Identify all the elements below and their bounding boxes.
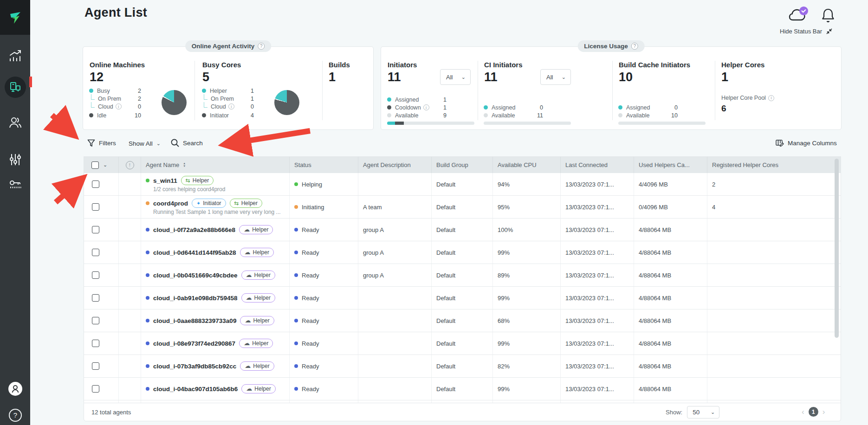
info-icon[interactable]: i [116, 103, 122, 109]
swap-arrows-icon: ⇆ [186, 177, 190, 184]
table-row[interactable]: cloud_i-0b0451669c49cbdee ☁Helper Ready … [84, 264, 841, 287]
status-label: Ready [302, 317, 319, 324]
help-icon: ? [8, 408, 22, 422]
cloud-helper-badge: ☁Helper [241, 384, 275, 393]
header-used-helpers[interactable]: Used Helpers Ca... [634, 157, 707, 173]
info-icon[interactable]: ? [258, 43, 265, 50]
row-checkbox[interactable] [92, 203, 99, 211]
legend-dot-assigned [387, 97, 391, 102]
legend-dot-cooldown [387, 105, 391, 109]
header-build-group[interactable]: Build Group [432, 157, 493, 173]
row-checkbox[interactable] [92, 340, 99, 347]
info-icon[interactable]: ? [631, 43, 638, 50]
header-agent-description[interactable]: Agent Description [358, 157, 432, 173]
table-row[interactable]: cloud_i-0ab91e098db759458 ☁Helper Ready … [84, 287, 841, 309]
row-checkbox[interactable] [92, 294, 99, 302]
agent-state-dot [146, 201, 149, 205]
ci-initiators-filter-dropdown[interactable]: All ⌄ [540, 69, 571, 85]
table-row[interactable]: cloud_i-07b3af9db85cb92cc ☁Helper Ready … [84, 355, 841, 378]
manage-columns-label: Manage Columns [788, 140, 837, 147]
manage-columns-button[interactable]: Manage Columns [776, 139, 837, 147]
filters-button[interactable]: Filters [87, 139, 116, 147]
cloud-icon: ☁ [246, 273, 252, 277]
prev-page-button[interactable]: ‹ [802, 408, 804, 416]
search-button[interactable]: Search [171, 139, 203, 147]
agent-state-dot [146, 319, 149, 322]
online-agent-activity-card: Online Agent Activity ? Online Machines … [83, 46, 374, 130]
cloud-status-button[interactable] [788, 6, 810, 26]
analytics-icon [8, 49, 23, 64]
table-row[interactable]: coord4prod ✦Initiator ⇆Helper Running Te… [84, 196, 841, 219]
search-label: Search [183, 140, 203, 147]
table-row[interactable]: cloud_i-04bac907d105ab6b6 ☁Helper Ready … [84, 378, 841, 400]
cloud-icon: ☁ [246, 386, 252, 391]
next-page-button[interactable]: › [823, 408, 825, 416]
legend-dot-available [387, 113, 391, 117]
select-menu-chevron-icon[interactable]: ⌄ [103, 162, 107, 168]
table-row[interactable]: cloud_i-0d6441d144f95ab28 ☁Helper Ready … [84, 241, 841, 264]
initiators-filter-dropdown[interactable]: All ⌄ [440, 69, 471, 85]
row-checkbox[interactable] [92, 180, 99, 188]
info-icon[interactable]: i [423, 104, 429, 110]
ci-initiators-value: 11 [484, 70, 498, 84]
table-row[interactable]: cloud_i-08e973f74ed290867 ☁Helper Ready … [84, 332, 841, 355]
agent-name: cloud_i-0d6441d144f95ab28 [153, 249, 236, 256]
table-row[interactable]: cloud_i-0f72a9a2e88b666e8 ☁Helper Ready … [84, 219, 841, 241]
agent-state-dot [146, 251, 149, 254]
row-checkbox[interactable] [92, 271, 99, 279]
legend-dot-helper [202, 89, 206, 93]
vertical-scrollbar[interactable] [835, 159, 839, 338]
row-checkbox[interactable] [92, 317, 99, 324]
info-icon[interactable]: i [768, 95, 774, 101]
build-cache-value: 10 [619, 70, 633, 84]
row-checkbox[interactable] [92, 385, 99, 393]
sidebar-item-analytics[interactable] [0, 49, 30, 64]
status-label: Ready [302, 295, 319, 302]
online-machines-title: Online Machines [90, 61, 145, 69]
status-label: Ready [302, 272, 319, 279]
sidebar-item-license[interactable] [0, 179, 30, 193]
helper-cores-title: Helper Cores [721, 61, 764, 69]
row-checkbox[interactable] [92, 249, 99, 256]
select-all-checkbox[interactable] [91, 161, 99, 169]
selected-highlight [5, 77, 26, 98]
show-all-dropdown[interactable]: Show All ⌄ [129, 140, 161, 147]
bar-cooldown-segment [395, 122, 404, 125]
hide-status-bar-button[interactable]: Hide Status Bar [780, 28, 833, 35]
table-footer: 12 total agents Show: 50 ⌄ ‹ 1 › [84, 403, 841, 421]
tree-connector [91, 102, 95, 108]
status-label: Ready [302, 363, 319, 370]
sidebar-item-users[interactable] [0, 115, 30, 130]
sidebar-item-help[interactable]: ? [0, 408, 30, 422]
info-icon[interactable]: i [228, 103, 234, 109]
current-page-indicator: 1 [809, 407, 818, 417]
header-agent-name[interactable]: Agent Name ▲▼ [141, 157, 290, 173]
sidebar-item-profile[interactable] [0, 381, 30, 396]
table-row[interactable]: s_win11 ⇆Helper 1/2 cores helping coord4… [84, 173, 841, 196]
header-alerts: ! [119, 157, 141, 173]
status-label: Ready [302, 340, 319, 347]
cloud-icon: ☁ [245, 318, 251, 323]
row-checkbox[interactable] [92, 362, 99, 370]
header-registered-helper-cores[interactable]: Registered Helper Cores [707, 157, 841, 173]
show-all-label: Show All [129, 140, 153, 147]
header-available-cpu[interactable]: Available CPU [493, 157, 561, 173]
sidebar-item-agents-selected[interactable] [0, 77, 30, 98]
helper-core-pool-value: 6 [721, 103, 726, 114]
header-status[interactable]: Status [290, 157, 358, 173]
sidebar-item-settings[interactable] [0, 152, 30, 167]
header-last-connected[interactable]: Last Connected [561, 157, 634, 173]
table-row[interactable]: cloud_i-0aae8883239733a09 ☁Helper Ready … [84, 309, 841, 332]
app-logo[interactable] [0, 0, 30, 35]
agent-subtext: Running Test Sample 1 long name very ver… [153, 209, 281, 215]
legend-dot-assigned [484, 105, 488, 109]
notifications-button[interactable] [821, 7, 835, 25]
page-size-select[interactable]: 50 ⌄ [687, 406, 719, 419]
busy-cores-legend: Helper 1 On Prem 1 Cloud i 0 Initiator 4 [202, 87, 254, 119]
legend-dot-initiator [202, 113, 206, 117]
sort-icon[interactable]: ▲▼ [183, 162, 186, 167]
row-checkbox[interactable] [92, 226, 99, 233]
alert-icon: ! [126, 161, 134, 169]
cloud-icon [788, 6, 810, 24]
agent-name: s_win11 [153, 177, 177, 184]
